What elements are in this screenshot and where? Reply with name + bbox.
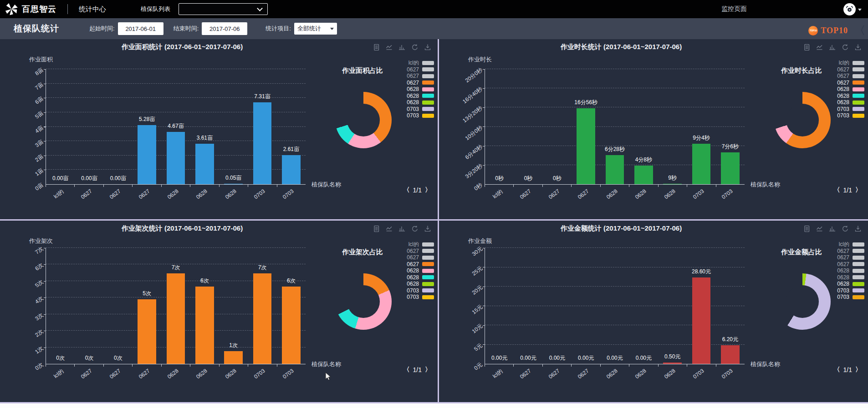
refresh-icon[interactable] (411, 44, 419, 51)
bar[interactable] (663, 184, 682, 184)
download-icon[interactable] (854, 225, 862, 232)
collapse-chevron-icon[interactable]: 〈 (854, 25, 865, 36)
line-chart-icon[interactable] (816, 44, 823, 51)
legend-item[interactable]: 0703 (407, 288, 434, 293)
data-view-icon[interactable] (803, 225, 811, 232)
legend-item[interactable]: 0628 (407, 100, 434, 105)
download-icon[interactable] (424, 44, 431, 51)
legend-item[interactable]: 0628 (837, 268, 864, 273)
legend-item[interactable]: 0703 (837, 106, 864, 112)
bar[interactable] (253, 102, 272, 184)
avatar[interactable] (843, 3, 856, 15)
donut-chart[interactable] (774, 273, 831, 330)
avatar-caret-icon[interactable] (858, 9, 862, 11)
legend-item[interactable]: 0628 (837, 86, 864, 92)
bar[interactable] (195, 287, 214, 364)
legend-item[interactable]: 0703 (837, 294, 864, 300)
legend-item[interactable]: lcl的 (837, 60, 864, 65)
legend-item[interactable]: 0703 (407, 113, 434, 118)
line-chart-icon[interactable] (386, 225, 393, 232)
bar[interactable] (138, 125, 156, 184)
next-page-button[interactable]: 〉 (425, 186, 431, 194)
legend-item[interactable]: 0627 (837, 255, 864, 260)
team-select[interactable] (179, 3, 268, 15)
data-view-icon[interactable] (373, 44, 380, 51)
prev-page-button[interactable]: 〈 (403, 366, 410, 374)
bar[interactable] (606, 155, 624, 184)
prev-page-button[interactable]: 〈 (834, 186, 840, 194)
legend-item[interactable]: 0703 (837, 113, 864, 118)
legend-item[interactable]: 0628 (407, 268, 434, 273)
donut-chart[interactable] (774, 92, 831, 148)
legend-item[interactable]: 0627 (837, 80, 864, 86)
data-view-icon[interactable] (803, 44, 811, 51)
bar[interactable] (577, 108, 595, 184)
bar[interactable] (167, 132, 185, 184)
legend-item[interactable]: 0627 (407, 262, 434, 267)
start-date-input[interactable] (118, 22, 163, 35)
legend-item[interactable]: 0628 (407, 93, 434, 99)
legend-item[interactable]: 0627 (407, 248, 434, 254)
refresh-icon[interactable] (842, 44, 849, 51)
legend-item[interactable]: lcl的 (407, 60, 434, 65)
legend-item[interactable]: 0627 (837, 67, 864, 72)
nav-item-statistics-center[interactable]: 统计中心 (79, 5, 106, 14)
legend-item[interactable]: 0627 (407, 80, 434, 86)
bar[interactable] (721, 345, 740, 364)
refresh-icon[interactable] (411, 225, 419, 232)
next-page-button[interactable]: 〉 (855, 186, 862, 194)
bar[interactable] (167, 273, 185, 364)
legend-item[interactable]: 0628 (837, 275, 864, 280)
line-chart-icon[interactable] (816, 225, 823, 232)
legend-item[interactable]: lcl的 (407, 242, 434, 247)
bar[interactable] (138, 299, 156, 364)
bar-chart-icon[interactable] (829, 225, 836, 232)
legend-item[interactable]: 0703 (407, 106, 434, 112)
line-chart-icon[interactable] (386, 44, 393, 51)
next-page-button[interactable]: 〉 (855, 366, 862, 374)
refresh-icon[interactable] (842, 225, 849, 232)
download-icon[interactable] (424, 225, 431, 232)
data-view-icon[interactable] (373, 225, 380, 232)
statistic-item-select[interactable]: 全部统计 (294, 23, 337, 35)
bar-chart-icon[interactable] (398, 44, 406, 51)
bar[interactable] (663, 363, 682, 364)
bar[interactable] (282, 287, 301, 364)
bar[interactable] (721, 152, 740, 184)
bar[interactable] (195, 144, 214, 184)
legend-item[interactable]: 0628 (407, 281, 434, 287)
prev-page-button[interactable]: 〈 (834, 366, 840, 374)
next-page-button[interactable]: 〉 (425, 366, 431, 374)
legend-item[interactable]: 0627 (837, 73, 864, 79)
bar[interactable] (692, 277, 711, 364)
legend-item[interactable]: lcl的 (837, 242, 864, 247)
prev-page-button[interactable]: 〈 (403, 186, 410, 194)
bar[interactable] (224, 351, 243, 364)
donut-chart[interactable] (335, 92, 392, 148)
legend-item[interactable]: 0627 (837, 248, 864, 254)
bar-chart-icon[interactable] (829, 44, 836, 51)
legend-item[interactable]: 0628 (837, 93, 864, 99)
end-date-input[interactable] (202, 22, 247, 35)
bar[interactable] (282, 155, 301, 184)
legend-item[interactable]: 0703 (837, 288, 864, 293)
legend-label: 0628 (407, 86, 419, 92)
legend-item[interactable]: 0628 (837, 100, 864, 105)
legend-item[interactable]: 0628 (837, 281, 864, 287)
download-icon[interactable] (854, 44, 862, 51)
legend-item[interactable]: 0627 (837, 262, 864, 267)
bar[interactable] (692, 144, 711, 184)
bar[interactable] (253, 273, 272, 364)
bar[interactable] (634, 166, 653, 184)
nav-item-monitor-page[interactable]: 监控页面 (721, 5, 747, 13)
legend-item[interactable]: 0628 (407, 86, 434, 92)
legend-item[interactable]: 0703 (407, 294, 434, 300)
legend-item[interactable]: 0628 (407, 275, 434, 280)
bar-chart-icon[interactable] (398, 225, 406, 232)
legend-item[interactable]: 0627 (407, 67, 434, 72)
legend-item[interactable]: 0627 (407, 73, 434, 79)
top10-control[interactable]: TOP10 TOP10 〈 (808, 25, 865, 36)
donut-chart[interactable] (335, 273, 392, 330)
legend-item[interactable]: 0627 (407, 255, 434, 260)
bar[interactable] (224, 184, 243, 184)
